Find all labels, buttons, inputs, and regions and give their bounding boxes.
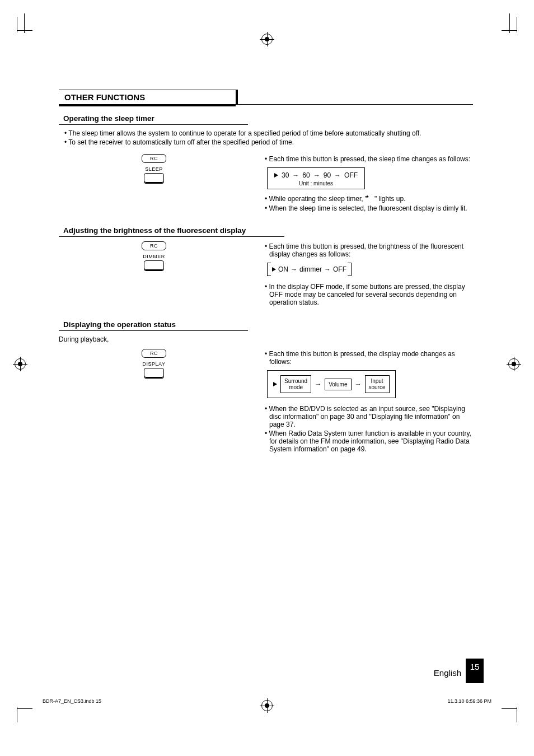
tri-icon: [273, 382, 277, 386]
display-cycle-diagram: Surroundmode → Volume → Inputsource: [267, 370, 396, 398]
page-content: OTHER FUNCTIONS Operating the sleep time…: [59, 90, 473, 465]
sleep-note-1: • Each time this button is pressed, the …: [269, 155, 473, 163]
sleep-intro: • The sleep timer allows the system to c…: [59, 129, 473, 146]
sleep-intro-1: • The sleep timer allows the system to c…: [69, 129, 473, 137]
subheading-dimmer: Adjusting the brightness of the fluoresc…: [59, 225, 284, 237]
button-label-sleep: SLEEP: [145, 166, 163, 172]
sleep-cycle-off: OFF: [344, 171, 358, 179]
dimmer-cycle-diagram: ON → dimmer → OFF: [267, 263, 352, 276]
dimmer-note-1: • Each time this button is pressed, the …: [269, 242, 473, 258]
sleep-cycle-90: 90: [324, 171, 331, 179]
sleep-cycle-60: 60: [302, 171, 310, 179]
sleep-note-2: • While operating the sleep timer, " " l…: [269, 195, 473, 203]
display-note-1: • Each time this button is pressed, the …: [269, 350, 473, 366]
display-pretext: During playback,: [59, 335, 473, 343]
key-icon-dimmer: [144, 260, 164, 270]
registration-mark-left: [15, 358, 26, 370]
display-note-3: • When Radio Data System tuner function …: [269, 430, 473, 453]
dimmer-note-2: • In the display OFF mode, if some butto…: [269, 283, 473, 306]
tri-icon: [274, 173, 278, 178]
button-label-dimmer: DIMMER: [143, 254, 165, 259]
box-surround-mode: Surroundmode: [280, 375, 311, 393]
rc-badge-display: RC: [142, 349, 166, 358]
sleep-cycle-diagram: 30 → 60 → 90 → OFF Unit : minutes: [267, 167, 365, 189]
subheading-sleep: Operating the sleep timer: [59, 113, 248, 125]
svg-marker-0: [366, 195, 369, 198]
registration-mark-top: [261, 34, 273, 45]
dimmer-cycle-on: ON: [278, 265, 288, 273]
tri-icon: [272, 267, 276, 272]
dimmer-cycle-off: OFF: [333, 265, 346, 273]
crop-mark-bl: [17, 707, 33, 722]
box-volume: Volume: [325, 379, 351, 390]
key-icon-sleep: [144, 173, 164, 183]
footer-page-number: 15: [466, 659, 484, 683]
sleep-intro-2: • To set the receiver to automatically t…: [69, 138, 473, 146]
crop-mark-br: [501, 707, 517, 722]
footer-file: BDR-A7_EN_CS3.indb 15: [43, 698, 101, 704]
sleep-note-3: • When the sleep time is selected, the f…: [269, 204, 473, 212]
subheading-display: Displaying the operation status: [59, 319, 248, 331]
crop-mark-tl: [17, 17, 33, 32]
crop-mark-tr: [501, 17, 517, 32]
registration-mark-bottom: [261, 700, 273, 711]
registration-mark-right: [508, 358, 519, 370]
rc-badge-sleep: RC: [142, 154, 166, 163]
rc-badge-dimmer: RC: [142, 241, 166, 250]
sleep-cycle-30: 30: [282, 171, 289, 179]
box-input-source: Inputsource: [365, 375, 390, 393]
sleep-cycle-unit: Unit : minutes: [274, 180, 358, 186]
moon-icon: [369, 195, 373, 203]
section-title: OTHER FUNCTIONS: [59, 90, 238, 104]
key-icon-display: [144, 368, 164, 378]
footer-language: English: [434, 668, 461, 678]
footer-timestamp: 11.3.10 6:59:36 PM: [447, 698, 491, 704]
display-note-2: • When the BD/DVD is selected as an inpu…: [269, 405, 473, 428]
dimmer-cycle-dimmer: dimmer: [299, 265, 322, 273]
button-label-display: DISPLAY: [143, 361, 166, 367]
